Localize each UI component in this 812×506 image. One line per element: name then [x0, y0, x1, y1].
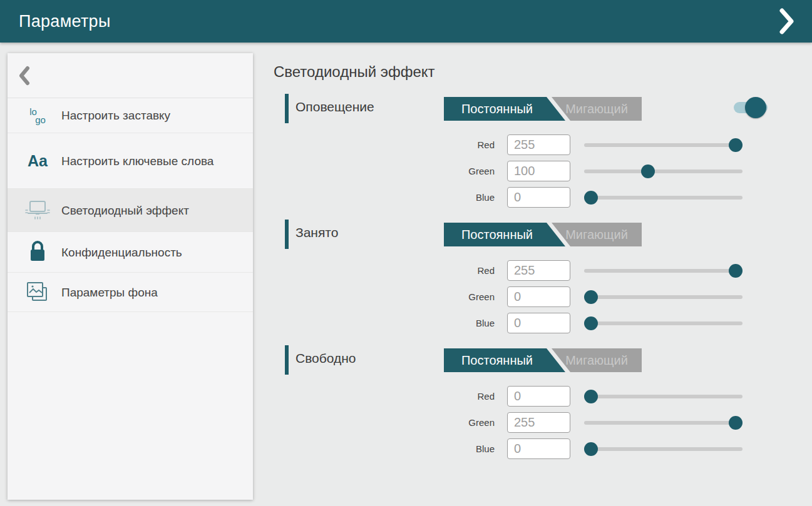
section-title: Занято — [296, 225, 338, 240]
channel-row-red: Red — [285, 260, 748, 281]
section-accent-bar — [285, 220, 289, 249]
sidebar-collapse-button[interactable] — [8, 53, 253, 98]
channel-row-blue: Blue — [285, 313, 748, 334]
green-value-input[interactable] — [507, 286, 570, 307]
green-slider[interactable] — [584, 286, 743, 308]
sidebar-item-splash-screen[interactable]: lo go Настроить заставку — [8, 98, 253, 133]
background-images-icon — [24, 278, 51, 306]
section-title: Свободно — [296, 351, 356, 366]
channel-row-green: Green — [285, 161, 748, 182]
content-title: Светодиодный эффект — [274, 63, 435, 81]
red-slider[interactable] — [584, 134, 743, 156]
sidebar-item-led-effect[interactable]: Светодиодный эффект — [8, 189, 253, 232]
channel-row-blue: Blue — [285, 438, 748, 460]
keywords-icon: Aa — [24, 147, 51, 175]
channel-row-red: Red — [285, 386, 748, 407]
lock-icon — [24, 238, 51, 266]
slider-thumb[interactable] — [729, 416, 743, 430]
channel-row-blue: Blue — [285, 187, 748, 208]
blue-slider[interactable] — [584, 313, 743, 334]
logo-icon: lo go — [24, 102, 51, 129]
mode-segmented-control: Мигающий Постоянный — [444, 97, 642, 121]
section-accent-bar — [285, 345, 289, 375]
blue-slider[interactable] — [584, 438, 743, 460]
section-accent-bar — [285, 94, 289, 123]
sidebar-item-background[interactable]: Параметры фона — [8, 273, 253, 312]
page-title: Параметры — [19, 12, 111, 31]
channel-row-green: Green — [285, 412, 748, 433]
sidebar-item-label: Параметры фона — [61, 285, 167, 300]
slider-thumb[interactable] — [584, 316, 598, 330]
red-value-input[interactable] — [507, 386, 570, 407]
slider-thumb[interactable] — [641, 164, 655, 178]
red-slider[interactable] — [584, 260, 743, 281]
section-title: Оповещение — [296, 99, 374, 114]
red-value-input[interactable] — [507, 260, 570, 281]
notification-enable-toggle[interactable] — [731, 94, 769, 121]
slider-thumb[interactable] — [584, 442, 598, 456]
channel-row-green: Green — [285, 286, 748, 308]
green-value-input[interactable] — [507, 161, 570, 181]
sidebar-item-label: Светодиодный эффект — [61, 203, 198, 218]
channel-row-red: Red — [285, 134, 748, 156]
led-section-busy: Занято Мигающий Постоянный Red Green Blu… — [285, 220, 786, 345]
sidebar-item-privacy[interactable]: Конфиденциальность — [8, 232, 253, 273]
chevron-left-icon — [19, 66, 30, 86]
slider-thumb[interactable] — [729, 264, 743, 278]
green-slider[interactable] — [584, 161, 743, 182]
blue-value-input[interactable] — [507, 187, 570, 208]
toggle-knob — [745, 97, 766, 118]
slider-thumb[interactable] — [584, 390, 598, 403]
green-slider[interactable] — [584, 412, 743, 433]
chevron-right-icon[interactable] — [773, 8, 801, 35]
app-bar: Параметры — [0, 0, 812, 43]
slider-thumb[interactable] — [584, 191, 598, 205]
settings-sidebar: lo go Настроить заставку Aa Настроить кл… — [8, 53, 253, 500]
mode-segmented-control: Мигающий Постоянный — [444, 223, 642, 246]
green-value-input[interactable] — [507, 412, 570, 433]
sidebar-item-label: Настроить ключевые слова — [61, 153, 222, 169]
blue-value-input[interactable] — [507, 438, 570, 459]
sidebar-item-label: Настроить заставку — [61, 108, 179, 123]
red-value-input[interactable] — [507, 134, 570, 155]
slider-thumb[interactable] — [729, 138, 743, 152]
red-slider[interactable] — [584, 386, 743, 407]
mode-segmented-control: Мигающий Постоянный — [444, 348, 642, 372]
blue-slider[interactable] — [584, 187, 743, 208]
sidebar-item-label: Конфиденциальность — [61, 245, 191, 260]
led-section-free: Свободно Мигающий Постоянный Red Green B… — [285, 345, 786, 470]
led-screen-icon — [24, 196, 51, 224]
sidebar-item-keywords[interactable]: Aa Настроить ключевые слова — [8, 133, 253, 189]
led-section-notification: Оповещение Мигающий Постоянный Red Green… — [285, 94, 786, 219]
slider-thumb[interactable] — [584, 290, 598, 304]
blue-value-input[interactable] — [507, 313, 570, 333]
